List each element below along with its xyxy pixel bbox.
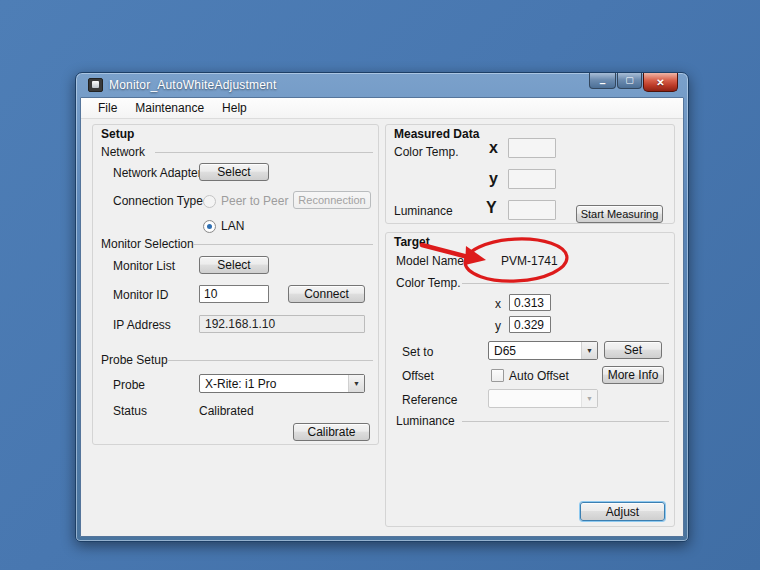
measured-y-label: y	[489, 170, 498, 188]
app-icon	[88, 78, 103, 92]
workspace: Setup Network Network Adapter Select Con…	[81, 119, 683, 536]
window-title: Monitor_AutoWhiteAdjustment	[109, 78, 276, 92]
probe-dropdown[interactable]: X-Rite: i1 Pro ▼	[199, 374, 365, 393]
monitor-list-label: Monitor List	[113, 259, 175, 273]
annotation-arrow-head	[465, 246, 486, 265]
offset-label: Offset	[402, 369, 434, 383]
measured-x-label: x	[489, 139, 498, 157]
window-client-area: File Maintenance Help Setup Network Netw…	[80, 97, 684, 537]
peer-to-peer-label: Peer to Peer	[221, 194, 288, 208]
measured-Y-field[interactable]	[508, 200, 556, 220]
set-to-dropdown[interactable]: D65 ▼	[488, 341, 598, 360]
target-luminance-divider	[462, 421, 669, 422]
reference-label: Reference	[402, 393, 457, 407]
auto-offset-label: Auto Offset	[509, 369, 569, 383]
target-x-field[interactable]	[509, 294, 551, 311]
set-to-label: Set to	[402, 345, 433, 359]
network-adapter-select-button[interactable]: Select	[199, 163, 269, 181]
measured-color-temp-label: Color Temp.	[394, 145, 458, 159]
measured-data-group: Measured Data Color Temp. x y Luminance …	[385, 124, 675, 224]
monitor-id-label: Monitor ID	[113, 288, 168, 302]
start-measuring-button[interactable]: Start Measuring	[576, 205, 663, 223]
setup-group-title: Setup	[101, 127, 134, 141]
target-luminance-label: Luminance	[396, 414, 455, 428]
measured-Y-label: Y	[486, 199, 497, 217]
peer-to-peer-radio	[203, 195, 216, 208]
network-section-divider	[155, 152, 373, 153]
chevron-down-icon: ▼	[581, 342, 597, 359]
measured-x-field[interactable]	[508, 138, 556, 158]
minimize-icon: –	[599, 79, 605, 87]
ip-address-field: 192.168.1.10	[199, 315, 365, 333]
target-color-temp-label: Color Temp.	[396, 276, 460, 290]
close-button[interactable]: ✕	[643, 73, 678, 92]
monitor-list-select-button[interactable]: Select	[199, 256, 269, 274]
set-to-dropdown-value: D65	[489, 344, 581, 358]
target-group-title: Target	[394, 235, 430, 249]
auto-offset-checkbox[interactable]	[491, 369, 504, 382]
chevron-down-icon: ▼	[348, 375, 364, 392]
network-adapter-label: Network Adapter	[113, 166, 202, 180]
network-section-label: Network	[101, 145, 145, 159]
monitor-id-input[interactable]	[199, 285, 269, 303]
connection-type-label: Connection Type	[113, 194, 203, 208]
reconnection-button: Reconnection	[293, 191, 371, 209]
title-bar[interactable]: Monitor_AutoWhiteAdjustment – ▢ ✕	[76, 73, 688, 97]
lan-label: LAN	[221, 219, 244, 233]
probe-setup-divider	[167, 360, 373, 361]
chevron-down-icon: ▼	[581, 390, 597, 407]
set-button[interactable]: Set	[604, 341, 662, 359]
probe-label: Probe	[113, 378, 145, 392]
measured-y-field[interactable]	[508, 169, 556, 189]
monitor-selection-section-label: Monitor Selection	[101, 237, 194, 251]
maximize-icon: ▢	[625, 76, 634, 85]
menu-maintenance[interactable]: Maintenance	[126, 99, 213, 117]
target-color-temp-divider	[462, 283, 669, 284]
app-window: Monitor_AutoWhiteAdjustment – ▢ ✕ File M…	[75, 72, 689, 542]
target-y-label: y	[495, 319, 501, 333]
target-x-label: x	[495, 297, 501, 311]
probe-setup-section-label: Probe Setup	[101, 353, 168, 367]
model-name-label: Model Name	[396, 254, 464, 268]
minimize-button[interactable]: –	[589, 73, 616, 89]
connect-button[interactable]: Connect	[288, 285, 365, 303]
probe-dropdown-value: X-Rite: i1 Pro	[200, 377, 348, 391]
status-value: Calibrated	[199, 404, 254, 418]
target-group: Target Model Name PVM-1741 Color Temp. x…	[385, 232, 675, 527]
more-info-button[interactable]: More Info	[602, 366, 664, 384]
menu-file[interactable]: File	[89, 99, 126, 117]
menu-bar: File Maintenance Help	[81, 98, 683, 119]
lan-radio[interactable]	[203, 220, 216, 233]
maximize-button[interactable]: ▢	[617, 73, 642, 89]
luminance-label: Luminance	[394, 204, 453, 218]
menu-help[interactable]: Help	[213, 99, 256, 117]
status-label: Status	[113, 404, 147, 418]
adjust-button[interactable]: Adjust	[580, 502, 665, 521]
measured-data-group-title: Measured Data	[394, 127, 479, 141]
ip-address-label: IP Address	[113, 318, 171, 332]
close-icon: ✕	[656, 77, 664, 88]
setup-group: Setup Network Network Adapter Select Con…	[92, 124, 379, 445]
monitor-selection-divider	[193, 244, 373, 245]
calibrate-button[interactable]: Calibrate	[293, 423, 370, 441]
model-name-value: PVM-1741	[501, 254, 558, 268]
target-y-field[interactable]	[509, 316, 551, 333]
reference-dropdown: ▼	[488, 389, 598, 408]
